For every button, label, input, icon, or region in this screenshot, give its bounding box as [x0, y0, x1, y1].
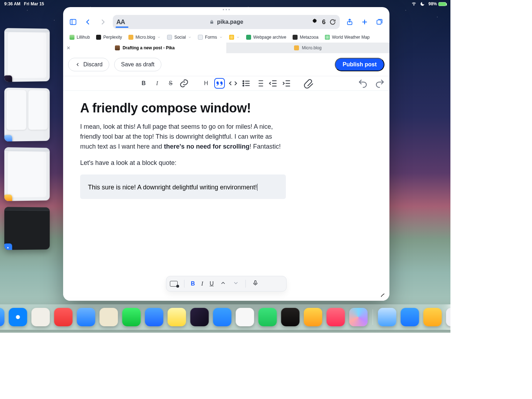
svg-point-5 — [243, 83, 244, 84]
indent-button[interactable] — [282, 78, 292, 89]
tab-label: Drafting a new post - Pika — [123, 45, 175, 50]
text-cursor — [257, 184, 257, 191]
favorite-world-weather[interactable]: World Weather Map — [325, 35, 370, 40]
wifi-icon — [411, 1, 416, 6]
undo-button[interactable] — [358, 78, 368, 89]
dock-app-starred[interactable] — [423, 308, 442, 326]
svg-rect-1 — [70, 20, 76, 25]
dock-app-cloud[interactable] — [77, 308, 95, 326]
post-actions: Discard Save as draft Publish post — [63, 53, 389, 76]
blockquote[interactable]: This sure is nice! A downright delightfu… — [80, 174, 286, 199]
strikethrough-button[interactable]: S — [165, 78, 176, 89]
forward-button[interactable] — [98, 17, 108, 27]
paragraph[interactable]: I mean, look at this! A full page that s… — [80, 122, 286, 152]
editor-canvas[interactable]: A friendly compose window! I mean, look … — [63, 91, 389, 207]
dock-app-lillihub[interactable] — [100, 308, 118, 326]
save-draft-button[interactable]: Save as draft — [114, 58, 161, 71]
qb-italic-button[interactable]: I — [201, 281, 203, 287]
keyboard-icon[interactable] — [170, 281, 178, 287]
back-button[interactable] — [83, 17, 93, 27]
discard-button[interactable]: Discard — [68, 58, 109, 71]
tab-inactive[interactable]: Micro.blog — [226, 43, 389, 53]
dock-app-obsidian[interactable] — [190, 308, 209, 326]
dock-app-shortcuts[interactable] — [32, 308, 50, 326]
dock-app-music[interactable] — [327, 308, 345, 326]
post-title[interactable]: A friendly compose window! — [80, 101, 286, 116]
stage-window-1[interactable] — [4, 28, 50, 82]
chevron-down-icon — [157, 35, 161, 39]
numbered-list-button[interactable] — [255, 78, 265, 89]
favorite-social[interactable]: Social — [167, 35, 192, 40]
dock-app-numbers[interactable] — [259, 308, 277, 326]
qb-bold-button[interactable]: B — [191, 281, 195, 287]
dock-app-ia-writer[interactable] — [236, 308, 254, 326]
svg-point-4 — [243, 81, 244, 82]
chevron-down-icon — [236, 35, 240, 39]
tab-overview-button[interactable] — [375, 17, 384, 27]
reader-aa-button[interactable]: AA — [116, 18, 125, 26]
qb-underline-button[interactable]: U — [210, 281, 214, 287]
battery-icon — [438, 2, 446, 6]
quote-button[interactable] — [214, 78, 225, 89]
app-badge-obsidian-icon — [4, 75, 12, 82]
dock-app-safari[interactable] — [9, 308, 27, 326]
heading-button[interactable]: H — [201, 78, 211, 89]
favorite-webpage-archive[interactable]: Webpage archive — [246, 35, 286, 40]
publish-button[interactable]: Publish post — [335, 58, 384, 71]
dictation-button[interactable] — [252, 280, 259, 288]
dock-app-mail[interactable] — [145, 308, 164, 326]
redo-button[interactable] — [375, 78, 385, 89]
do-not-disturb-icon — [420, 1, 425, 6]
favorite-forms[interactable]: Forms — [198, 35, 223, 40]
paragraph[interactable]: Let's have a look at a block quote: — [80, 158, 286, 168]
stage-window-2[interactable] — [4, 88, 50, 142]
dock-app-highlighter[interactable] — [304, 308, 322, 326]
close-tab-button[interactable] — [66, 45, 71, 50]
dock-app-copilot[interactable] — [349, 308, 368, 326]
favorite-lillihub[interactable]: Lillihub — [70, 35, 90, 40]
favicon-icon — [294, 45, 299, 50]
resize-handle-icon[interactable] — [379, 292, 386, 298]
stage-manager-strip — [4, 28, 54, 250]
bulleted-list-button[interactable] — [241, 78, 252, 89]
outdent-button[interactable] — [268, 78, 279, 89]
attachment-button[interactable] — [304, 78, 314, 89]
browser-toolbar: AA pika.page 6 — [63, 12, 389, 32]
dock-app-finder[interactable] — [0, 308, 5, 326]
dock-app-messages[interactable] — [122, 308, 141, 326]
favorite-perplexity[interactable]: Perplexity — [96, 35, 122, 40]
app-badge-home-icon — [4, 194, 12, 201]
dock-app-files[interactable] — [378, 308, 397, 326]
italic-button[interactable]: I — [152, 78, 162, 89]
dock-app-favorites[interactable] — [54, 308, 73, 326]
window-drag-handle[interactable] — [63, 7, 389, 12]
chevron-down-icon — [188, 35, 192, 39]
dock-app-affinity[interactable] — [281, 308, 300, 326]
dock-app-recents[interactable] — [446, 308, 451, 326]
new-tab-button[interactable] — [360, 17, 370, 27]
dock-separator — [373, 309, 373, 325]
share-button[interactable] — [345, 17, 355, 27]
qb-down-button[interactable] — [233, 280, 239, 288]
status-date: Fri Mar 15 — [24, 1, 44, 6]
reload-button[interactable] — [329, 18, 336, 26]
favicon-icon — [115, 45, 120, 50]
extension-icon[interactable] — [311, 18, 318, 26]
svg-rect-7 — [255, 281, 256, 283]
tab-active[interactable]: Drafting a new post - Pika — [63, 43, 226, 53]
bold-button[interactable]: B — [138, 78, 149, 89]
link-button[interactable] — [179, 78, 189, 89]
dock-app-notes[interactable] — [168, 308, 186, 326]
stage-window-3[interactable] — [4, 147, 50, 201]
favorite-metazooa[interactable]: Metazooa — [293, 35, 318, 40]
battery-percent: 98% — [428, 1, 437, 6]
dock-app-appstore[interactable] — [401, 308, 419, 326]
code-button[interactable] — [228, 78, 238, 89]
favorite-microblog[interactable]: Micro.blog — [128, 35, 161, 40]
address-bar[interactable]: AA pika.page 6 — [113, 15, 340, 29]
favorite-weather-folder[interactable] — [229, 35, 240, 40]
stage-window-4[interactable] — [4, 207, 50, 250]
dock-app-text[interactable] — [213, 308, 232, 326]
sidebar-toggle-button[interactable] — [68, 17, 78, 27]
qb-up-button[interactable] — [220, 280, 226, 288]
